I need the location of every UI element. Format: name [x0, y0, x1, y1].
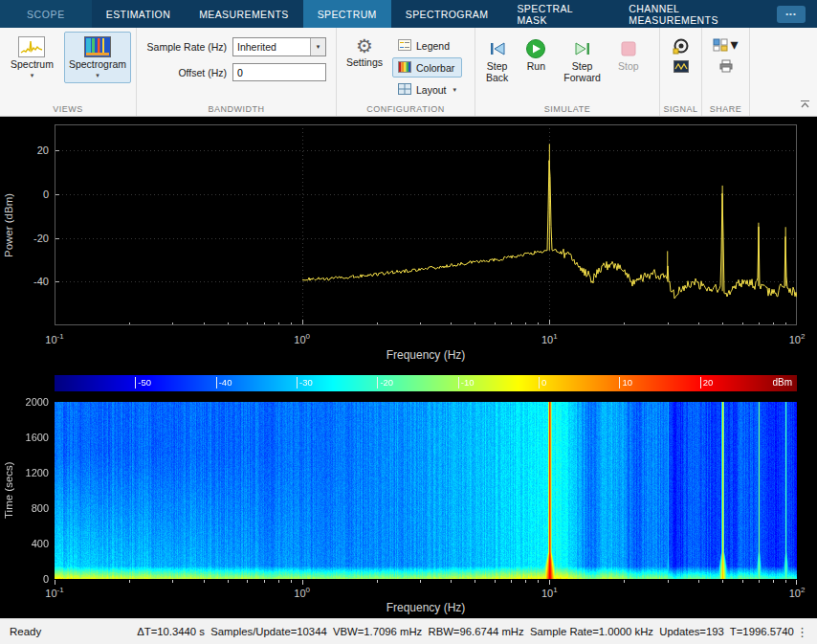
tab-scope[interactable]: SCOPE: [0, 0, 92, 28]
colorbar-unit: dBm: [772, 377, 792, 389]
chevron-down-icon: ▾: [730, 35, 738, 54]
spectrogram-view-button[interactable]: Spectrogram ▾: [64, 32, 131, 83]
chevron-down-icon: ▾: [96, 70, 99, 81]
spectrogram-view-label: Spectrogram: [69, 58, 126, 70]
step-back-icon: [487, 37, 508, 60]
spectrum-view-button[interactable]: Spectrum ▾: [6, 32, 58, 83]
offset-label: Offset (Hz): [143, 67, 227, 78]
spectrogram-xlabel: Frequency (Hz): [386, 601, 466, 614]
tab-measurements[interactable]: MEASUREMENTS: [185, 0, 302, 28]
status-metrics: ΔT=10.3440 s Samples/Update=10344 VBW=1.…: [137, 626, 794, 637]
legend-label: Legend: [416, 40, 450, 52]
colorbar-toggle[interactable]: Colorbar: [392, 57, 462, 78]
group-signal: SIGNAL: [660, 28, 702, 116]
y-tick-label: 1200: [4, 467, 49, 478]
status-menu-button[interactable]: ⋮: [796, 625, 808, 639]
colorbar-labels: dBm -50-40-30-20-1001020: [55, 375, 797, 391]
spectrum-plot-panel: Power (dBm) Frequency (Hz) 10-1100101102…: [0, 117, 817, 368]
offset-input[interactable]: [232, 63, 326, 81]
display-area: Power (dBm) Frequency (Hz) 10-1100101102…: [0, 117, 817, 618]
y-tick-label: 0: [4, 189, 49, 200]
tab-estimation[interactable]: ESTIMATION: [92, 0, 185, 28]
group-label-simulate: SIMULATE: [475, 104, 659, 114]
settings-button[interactable]: ⚙ Settings: [342, 32, 386, 70]
group-bandwidth: Sample Rate (Hz) Inherited ▾ Offset (Hz)…: [137, 28, 337, 116]
tab-overflow-button[interactable]: •••: [777, 6, 806, 23]
collapse-toolstrip-button[interactable]: [800, 95, 810, 112]
signal-edit-icon: [673, 60, 689, 73]
group-simulate: Step Back Run Step Forward: [475, 28, 660, 116]
y-tick-label: 2000: [4, 396, 49, 408]
group-label-configuration: CONFIGURATION: [337, 104, 475, 114]
chevron-down-icon: ▾: [31, 70, 34, 81]
step-forward-icon: [572, 37, 593, 60]
y-tick-label: -40: [4, 276, 49, 287]
y-tick-label: 0: [4, 573, 49, 585]
status-bar: Ready ΔT=10.3440 s Samples/Update=10344 …: [0, 618, 817, 644]
stop-button[interactable]: Stop: [613, 33, 644, 74]
x-tick-label: 101: [541, 586, 558, 599]
tab-spectrogram[interactable]: SPECTROGRAM: [391, 0, 503, 28]
sample-rate-combo[interactable]: Inherited ▾: [232, 37, 326, 56]
layout-menu-button[interactable]: Layout ▾: [392, 79, 462, 100]
tab-bar: SCOPE ESTIMATIONMEASUREMENTSSPECTRUMSPEC…: [0, 0, 817, 28]
group-configuration: ⚙ Settings Legend: [337, 28, 475, 116]
y-tick-label: 20: [4, 144, 49, 156]
copy-display-button[interactable]: ▾: [713, 35, 738, 54]
print-button[interactable]: [718, 59, 734, 73]
colorbar-tick-label: -40: [216, 377, 232, 389]
step-forward-label2: Forward: [563, 72, 601, 83]
spectrogram-ylabel: Time (secs): [2, 402, 15, 579]
step-back-label2: Back: [486, 72, 508, 83]
step-forward-label: Step: [572, 60, 593, 72]
x-tick-label: 102: [789, 332, 806, 345]
step-back-button[interactable]: Step Back: [481, 33, 513, 85]
stop-icon: [618, 37, 639, 60]
colorbar-tick-label: 10: [619, 377, 632, 389]
sample-rate-label: Sample Rate (Hz): [143, 41, 227, 53]
spectrum-xlabel: Frequency (Hz): [386, 348, 466, 362]
group-label-share: SHARE: [702, 104, 749, 114]
colorbar-tick-label: -20: [377, 377, 393, 389]
colorbar-tick-label: 0: [539, 377, 546, 389]
spectrum-analyzer-window: SCOPE ESTIMATIONMEASUREMENTSSPECTRUMSPEC…: [0, 0, 817, 644]
step-forward-button[interactable]: Step Forward: [559, 33, 606, 85]
colorbar-icon: [398, 61, 411, 75]
copy-display-icon: [713, 38, 728, 52]
tab-list: ESTIMATIONMEASUREMENTSSPECTRUMSPECTROGRA…: [92, 0, 777, 28]
y-tick-label: 800: [4, 502, 49, 514]
spectrum-plot[interactable]: [55, 124, 797, 325]
group-share: ▾ SHARE: [702, 28, 750, 116]
tab-channel-measurements[interactable]: CHANNEL MEASUREMENTS: [614, 0, 777, 28]
x-tick-label: 10-1: [45, 586, 63, 599]
x-tick-label: 100: [294, 586, 310, 599]
toolstrip: Spectrum ▾ Spectrogram ▾ VIEWS: [0, 28, 817, 117]
layout-label: Layout: [416, 84, 447, 96]
tab-spectrum[interactable]: SPECTRUM: [303, 0, 391, 28]
x-tick-label: 102: [789, 586, 806, 599]
settings-label: Settings: [346, 56, 383, 68]
colorbar-label: Colorbar: [416, 62, 454, 74]
y-tick-label: -20: [4, 233, 49, 244]
colorbar-tick-label: 20: [700, 377, 714, 389]
signal-edit-button[interactable]: [673, 60, 689, 73]
signal-probe-icon: [673, 37, 690, 55]
collapse-icon: [800, 100, 810, 108]
run-label: Run: [527, 60, 545, 72]
chevron-down-icon[interactable]: ▾: [310, 38, 325, 56]
legend-toggle[interactable]: Legend: [392, 35, 462, 56]
spectrum-view-label: Spectrum: [11, 58, 54, 70]
stop-label: Stop: [618, 60, 639, 72]
spectrogram-plot[interactable]: [55, 402, 797, 586]
legend-icon: [398, 39, 411, 53]
tab-spectral-mask[interactable]: SPECTRAL MASK: [502, 0, 614, 28]
colorbar-tick-label: -30: [297, 377, 313, 389]
run-button[interactable]: Run: [520, 33, 551, 74]
group-label-bandwidth: BANDWIDTH: [137, 104, 336, 114]
y-tick-label: 400: [4, 538, 49, 549]
x-tick-label: 101: [541, 332, 558, 345]
signal-probe-button[interactable]: [673, 37, 690, 55]
x-tick-label: 100: [294, 332, 310, 345]
status-state: Ready: [10, 626, 41, 637]
run-icon: [525, 37, 546, 60]
